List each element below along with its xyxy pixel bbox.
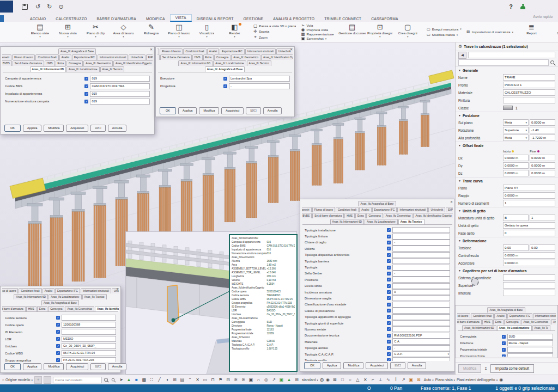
field-value[interactable]: - [392,271,450,277]
sul-piano-value[interactable]: 0.0000 m [530,119,555,126]
field-value[interactable] [62,315,116,321]
dialog-tab[interactable]: Informazioni strutturali [98,54,128,60]
checkbox[interactable] [387,266,391,270]
torsione-inizio[interactable]: 0.00 [503,244,529,251]
dialog-tab[interactable]: Parametri [302,207,312,212]
snap-toolbar-icon[interactable]: ↗ [400,376,407,383]
checkbox[interactable] [387,346,391,350]
ribbon-small-button[interactable]: ◉Proprietà vista [300,28,333,31]
ribbon-button[interactable]: ⊡ Proprietà disegni [366,22,394,42]
field-value[interactable]: 0 [392,289,450,295]
dialog-tab[interactable]: Anas_Ifc Informazioni 6D [14,294,48,299]
report-button[interactable]: ≣ Report [518,22,545,42]
field-value[interactable]: PX.21.IC.001.TRA.204 [62,357,116,362]
checkbox[interactable] [502,335,506,339]
field-value[interactable] [392,227,450,233]
dialog-tab[interactable]: Consegna [214,54,231,60]
ribbon-button[interactable]: ▢ Crea disegni [394,22,422,42]
auto-selector[interactable]: Auto▾ [424,378,434,382]
imposta-default-button[interactable]: Imposta come default [490,364,534,373]
selection-toolbar-icon[interactable]: ▲ [286,376,293,383]
field-value[interactable]: RM.000222106.PDF [392,333,450,339]
dialog-tab[interactable]: Anas_Ifc Localizzazione [497,325,532,330]
dialog-tab[interactable]: Anas_Ifc Anagrafica di Base [205,66,245,72]
dialog-tab[interactable]: Extra [37,306,47,311]
ribbon-button[interactable]: ◇ Area di lavoro [110,22,137,42]
checkbox[interactable] [387,309,391,313]
model-search-input[interactable] [53,377,102,383]
model-viewport[interactable]: Anas_IfcInformazioni6D Campata di appart… [0,42,558,375]
field-value[interactable] [392,302,450,308]
class-color-swatch[interactable] [503,106,513,110]
close-icon[interactable]: ✕ [450,200,453,204]
checkbox[interactable] [387,334,391,338]
checkbox[interactable] [387,340,391,344]
field-value[interactable] [392,234,450,240]
selection-toolbar-icon[interactable]: ◎ [263,376,270,383]
pin-icon[interactable]: ↧ [484,366,488,371]
ribbon-small-button[interactable]: ▣Screenshot [300,37,333,40]
field-value[interactable] [392,295,450,301]
modifica-button[interactable]: Modifica [44,125,64,132]
checkbox[interactable] [387,228,391,232]
dialog-tab[interactable]: Condizioni finali [336,207,359,212]
checkbox[interactable] [387,315,391,319]
inferiore-field[interactable] [503,290,555,296]
ribbon-tab[interactable]: ACCIAIO [25,16,51,22]
dialog-tab[interactable]: Flusso di lavoro [12,54,35,60]
search-icon[interactable] [104,377,109,383]
annulla-button[interactable]: Annulla [408,362,427,369]
dialog-tab[interactable]: Set di barre d'armatura [312,213,344,218]
dialog-tab[interactable]: Anas_Ifc Localizzazione [213,60,246,66]
ok-button[interactable]: OK [304,362,320,369]
accorciare-field[interactable]: 0.0000 m [503,260,555,266]
cursor-snap-icon[interactable]: ◉ [326,377,330,382]
dialog-tab[interactable]: Extra [56,60,66,66]
dialog-tab[interactable]: Condizioni finali [471,313,494,318]
selection-toolbar-icon[interactable]: ▣ [247,376,254,383]
checkbox[interactable] [56,337,60,341]
selection-toolbar-icon[interactable]: ▩ [141,376,148,383]
checkbox[interactable] [387,327,391,331]
checkbox[interactable] [387,352,391,356]
unita-getto-field[interactable]: Gettato in opera [503,222,555,229]
dialog-tab[interactable]: Anas_Ifc Informazioni 6D [462,325,496,330]
field-value[interactable]: Lombardini Spa [229,76,290,82]
ribbon-button[interactable]: ▯ Visualizza [193,22,221,42]
dialog-tab[interactable]: Anas_Ifc Identif. [551,319,556,324]
checkbox[interactable] [387,284,391,288]
selection-toolbar-icon[interactable]: ▣ [278,376,285,383]
dialog-tab[interactable]: Consegna [504,319,520,324]
ok-button[interactable]: OK [160,107,176,114]
applica-button[interactable]: Applica [323,362,341,369]
dialog-tab[interactable]: Set di barre d'armatura [2,306,26,311]
sul-piano-select[interactable]: Metà▾ [503,119,529,126]
checkbox[interactable] [56,323,60,327]
nome-field[interactable]: TRAVE [503,74,555,81]
dialog-tab[interactable]: Anas_Ifc Geometrico [384,213,413,218]
fase-getto-field[interactable]: 0 [503,230,555,236]
checkbox[interactable] [223,77,227,81]
applica-button[interactable]: Applica [178,107,197,114]
dialog-tab[interactable]: Anas_Ifc Identificativo Oggetto [413,213,453,218]
dialog-tab[interactable]: Esportazione IFC [55,288,80,293]
ribbon-button[interactable]: ▤ Elenco viste [26,22,54,42]
user-icon[interactable] [520,4,525,10]
dialog-tab[interactable]: Anas_Ifc Localizzazione [48,294,81,299]
section-copriferro[interactable]: ▼Copriferro per set di barre d'armatura [456,267,558,274]
ribbon-tab[interactable]: BARRE D'ARMATURA [92,16,141,22]
checkbox[interactable] [56,330,60,334]
section-offset[interactable]: ▼Offset finale [456,142,558,149]
dialog-tab[interactable]: Esportazione IFC [72,54,97,60]
classe-value[interactable]: 1 [515,106,518,110]
selection-toolbar-icon[interactable]: ⊞ [293,376,300,383]
dialog-tab[interactable]: Esportazione IFC [220,48,245,54]
checkbox[interactable] [387,296,391,300]
snap-toolbar-icon[interactable]: ⊠ [331,376,338,383]
field-value[interactable] [392,314,450,320]
checkbox[interactable] [387,247,391,250]
checkbox[interactable] [387,259,391,263]
modifica-button-disabled[interactable]: Modifica [458,364,481,373]
field-value[interactable]: - [392,240,450,246]
field-value[interactable] [392,277,450,283]
